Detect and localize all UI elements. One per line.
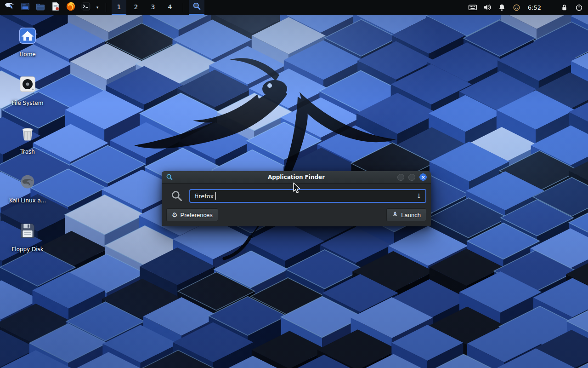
titlebar-buttons: × (397, 173, 427, 181)
launcher-folder[interactable] (34, 0, 47, 15)
search-input[interactable]: firefox ↓ (189, 189, 426, 203)
launch-button-label: Launch (401, 212, 421, 218)
taskbar-application-finder-button[interactable] (189, 0, 204, 15)
desktop-icon-file-system[interactable]: File System (6, 72, 50, 121)
trash-icon (17, 122, 38, 145)
panel-separator (183, 3, 183, 12)
workspace-button-2[interactable]: 2 (129, 0, 143, 15)
desktop-icon-label: Floppy Disk (11, 247, 44, 253)
workspace-button-4[interactable]: 4 (163, 0, 177, 15)
launcher-file-manager[interactable] (19, 0, 32, 15)
desktop-icon-label: File System (12, 100, 44, 107)
button-row: ⚙ Preferences Launch (166, 208, 426, 221)
power-logout-icon[interactable] (573, 0, 584, 15)
status-tray-icon[interactable] (511, 0, 522, 15)
home-icon (17, 25, 38, 48)
file-manager-icon (20, 1, 30, 13)
top-panel: ▾ 1 2 3 4 (0, 0, 588, 15)
launcher-terminal[interactable] (79, 0, 92, 15)
keyboard-tray-icon[interactable] (467, 0, 478, 15)
lock-screen-icon[interactable] (559, 0, 570, 15)
desktop-icon-label: Kali Linux a... (9, 198, 46, 204)
notifications-bell-tray-icon[interactable] (497, 0, 508, 15)
terminal-dropdown-chevron-icon[interactable]: ▾ (95, 5, 100, 10)
panel-left-group: ▾ 1 2 3 4 (3, 0, 204, 15)
panel-clock[interactable]: 6:52 (526, 4, 545, 11)
preferences-button-label: Preferences (181, 212, 213, 218)
volume-tray-icon[interactable] (482, 0, 493, 15)
finder-body: firefox ↓ ⚙ Preferences Laun (162, 184, 431, 226)
kali-logo-icon (4, 1, 15, 14)
folder-icon (35, 1, 45, 13)
search-magnifier-icon (171, 190, 183, 202)
magnifier-icon (192, 2, 201, 12)
search-input-value: firefox (195, 193, 214, 200)
text-editor-icon (51, 1, 61, 13)
launcher-text-editor[interactable] (49, 0, 62, 15)
panel-separator (106, 3, 106, 12)
close-button[interactable]: × (419, 173, 427, 181)
firefox-icon (66, 1, 76, 13)
kali-docs-icon (17, 171, 38, 194)
window-title: Application Finder (162, 174, 431, 180)
desktop-icon-trash[interactable]: Trash (6, 121, 50, 169)
application-finder-window-icon (166, 173, 174, 181)
workspace-button-1[interactable]: 1 (112, 0, 126, 15)
text-caret (215, 192, 216, 200)
search-row: firefox ↓ (166, 189, 426, 203)
application-finder-window: Application Finder × firefox ↓ ⚙ (162, 171, 431, 226)
desktop-icon-floppy-disk[interactable]: Floppy Disk (6, 218, 50, 267)
floppy-disk-icon (17, 220, 38, 243)
titlebar[interactable]: Application Finder × (162, 171, 431, 184)
desktop-icon-home[interactable]: Home (6, 23, 50, 72)
workspace-button-3[interactable]: 3 (146, 0, 160, 15)
desktop-icon-label: Home (19, 52, 35, 58)
kali-menu-button[interactable] (3, 0, 17, 15)
gear-icon: ⚙ (172, 212, 178, 218)
desktop-icon-kali-docs[interactable]: Kali Linux a... (6, 169, 50, 218)
launch-rocket-icon (392, 211, 398, 219)
desktop-icon-column: Home File System Trash (6, 23, 50, 267)
dropdown-arrow-icon[interactable]: ↓ (416, 193, 422, 199)
launch-button[interactable]: Launch (386, 208, 426, 221)
panel-tray-group: 6:52 (467, 0, 585, 15)
preferences-button[interactable]: ⚙ Preferences (166, 208, 218, 221)
minimize-button[interactable] (397, 174, 404, 181)
launcher-firefox[interactable] (64, 0, 77, 15)
desktop-icon-label: Trash (20, 149, 35, 155)
maximize-button[interactable] (408, 174, 415, 181)
terminal-icon (81, 1, 91, 13)
drive-icon (17, 74, 38, 97)
